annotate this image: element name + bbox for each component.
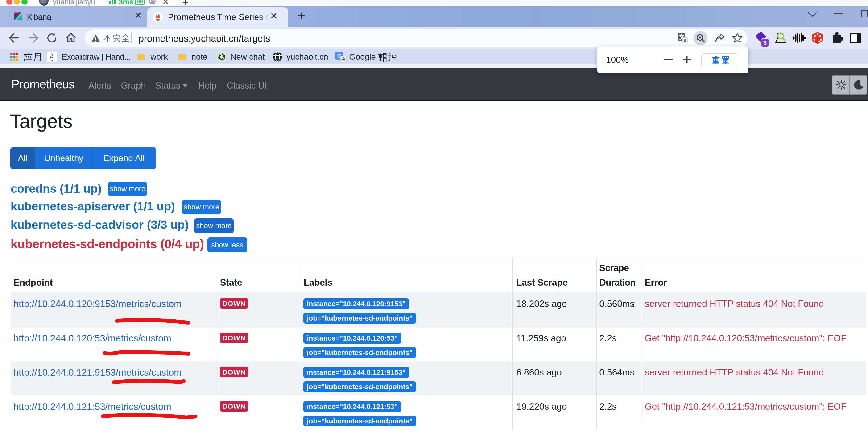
svg-text:5: 5 [763,39,767,47]
